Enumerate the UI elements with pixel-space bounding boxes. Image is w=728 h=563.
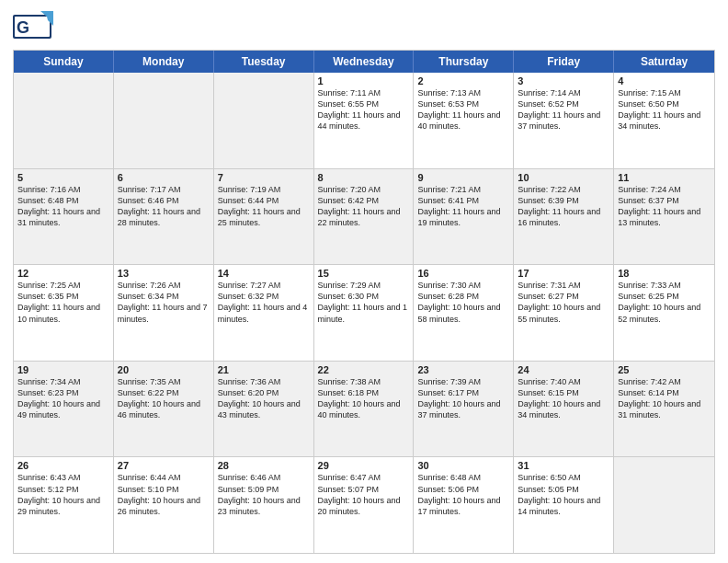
cell-info: Sunrise: 7:34 AM Sunset: 6:23 PM Dayligh… bbox=[17, 376, 109, 421]
day-number: 26 bbox=[17, 460, 109, 471]
day-number: 19 bbox=[17, 364, 109, 375]
day-number: 9 bbox=[417, 172, 509, 183]
calendar-cell: 4Sunrise: 7:15 AM Sunset: 6:50 PM Daylig… bbox=[614, 73, 714, 168]
calendar-cell: 31Sunrise: 6:50 AM Sunset: 5:05 PM Dayli… bbox=[514, 457, 614, 553]
day-number: 22 bbox=[318, 364, 410, 375]
header-day-thursday: Thursday bbox=[414, 51, 514, 73]
calendar-cell: 18Sunrise: 7:33 AM Sunset: 6:25 PM Dayli… bbox=[614, 265, 714, 361]
day-number: 1 bbox=[318, 75, 410, 86]
day-number: 18 bbox=[618, 268, 711, 279]
day-number: 7 bbox=[218, 172, 310, 183]
day-number: 14 bbox=[218, 268, 310, 279]
calendar-cell: 14Sunrise: 7:27 AM Sunset: 6:32 PM Dayli… bbox=[214, 265, 314, 361]
calendar-cell: 20Sunrise: 7:35 AM Sunset: 6:22 PM Dayli… bbox=[114, 362, 214, 457]
day-number: 5 bbox=[17, 172, 109, 183]
header-day-saturday: Saturday bbox=[614, 51, 714, 73]
calendar-cell: 19Sunrise: 7:34 AM Sunset: 6:23 PM Dayli… bbox=[14, 362, 114, 457]
day-number: 25 bbox=[618, 364, 711, 375]
day-number: 12 bbox=[17, 268, 109, 279]
cell-info: Sunrise: 7:35 AM Sunset: 6:22 PM Dayligh… bbox=[118, 376, 210, 421]
cell-info: Sunrise: 7:29 AM Sunset: 6:30 PM Dayligh… bbox=[318, 280, 410, 325]
calendar-cell: 2Sunrise: 7:13 AM Sunset: 6:53 PM Daylig… bbox=[414, 73, 514, 168]
calendar-row-3: 12Sunrise: 7:25 AM Sunset: 6:35 PM Dayli… bbox=[14, 264, 714, 361]
day-number: 17 bbox=[518, 268, 609, 279]
logo: G bbox=[13, 9, 57, 44]
cell-info: Sunrise: 6:46 AM Sunset: 5:09 PM Dayligh… bbox=[218, 472, 310, 517]
calendar-cell: 11Sunrise: 7:24 AM Sunset: 6:37 PM Dayli… bbox=[614, 169, 714, 265]
calendar-cell bbox=[614, 457, 714, 553]
calendar-row-5: 26Sunrise: 6:43 AM Sunset: 5:12 PM Dayli… bbox=[14, 456, 714, 553]
calendar-cell: 15Sunrise: 7:29 AM Sunset: 6:30 PM Dayli… bbox=[314, 265, 415, 361]
day-number: 10 bbox=[518, 172, 609, 183]
cell-info: Sunrise: 6:48 AM Sunset: 5:06 PM Dayligh… bbox=[417, 472, 509, 517]
calendar-header: SundayMondayTuesdayWednesdayThursdayFrid… bbox=[14, 51, 714, 73]
day-number: 4 bbox=[618, 75, 711, 86]
day-number: 23 bbox=[417, 364, 509, 375]
day-number: 3 bbox=[518, 75, 609, 86]
cell-info: Sunrise: 6:47 AM Sunset: 5:07 PM Dayligh… bbox=[318, 472, 410, 517]
cell-info: Sunrise: 7:31 AM Sunset: 6:27 PM Dayligh… bbox=[518, 280, 609, 325]
calendar-cell: 17Sunrise: 7:31 AM Sunset: 6:27 PM Dayli… bbox=[514, 265, 614, 361]
logo-icon: G bbox=[13, 9, 53, 44]
calendar-cell bbox=[14, 73, 114, 168]
calendar-cell: 1Sunrise: 7:11 AM Sunset: 6:55 PM Daylig… bbox=[314, 73, 415, 168]
day-number: 28 bbox=[218, 460, 310, 471]
calendar-cell bbox=[114, 73, 214, 168]
cell-info: Sunrise: 7:36 AM Sunset: 6:20 PM Dayligh… bbox=[218, 376, 310, 421]
cell-info: Sunrise: 7:25 AM Sunset: 6:35 PM Dayligh… bbox=[17, 280, 109, 325]
day-number: 8 bbox=[318, 172, 410, 183]
cell-info: Sunrise: 7:42 AM Sunset: 6:14 PM Dayligh… bbox=[618, 376, 711, 421]
header-day-tuesday: Tuesday bbox=[214, 51, 314, 73]
header-day-sunday: Sunday bbox=[14, 51, 114, 73]
cell-info: Sunrise: 7:38 AM Sunset: 6:18 PM Dayligh… bbox=[318, 376, 410, 421]
day-number: 2 bbox=[417, 75, 509, 86]
cell-info: Sunrise: 7:20 AM Sunset: 6:42 PM Dayligh… bbox=[318, 184, 410, 229]
header-day-wednesday: Wednesday bbox=[314, 51, 415, 73]
calendar-cell: 29Sunrise: 6:47 AM Sunset: 5:07 PM Dayli… bbox=[314, 457, 415, 553]
calendar-cell bbox=[214, 73, 314, 168]
cell-info: Sunrise: 7:40 AM Sunset: 6:15 PM Dayligh… bbox=[518, 376, 609, 421]
day-number: 27 bbox=[118, 460, 210, 471]
calendar-cell: 9Sunrise: 7:21 AM Sunset: 6:41 PM Daylig… bbox=[414, 169, 514, 265]
calendar-cell: 7Sunrise: 7:19 AM Sunset: 6:44 PM Daylig… bbox=[214, 169, 314, 265]
cell-info: Sunrise: 7:17 AM Sunset: 6:46 PM Dayligh… bbox=[118, 184, 210, 229]
cell-info: Sunrise: 6:43 AM Sunset: 5:12 PM Dayligh… bbox=[17, 472, 109, 517]
day-number: 6 bbox=[118, 172, 210, 183]
cell-info: Sunrise: 7:13 AM Sunset: 6:53 PM Dayligh… bbox=[417, 87, 509, 132]
calendar-cell: 8Sunrise: 7:20 AM Sunset: 6:42 PM Daylig… bbox=[314, 169, 415, 265]
calendar-cell: 30Sunrise: 6:48 AM Sunset: 5:06 PM Dayli… bbox=[414, 457, 514, 553]
calendar-body: 1Sunrise: 7:11 AM Sunset: 6:55 PM Daylig… bbox=[14, 73, 714, 553]
cell-info: Sunrise: 7:21 AM Sunset: 6:41 PM Dayligh… bbox=[417, 184, 509, 229]
cell-info: Sunrise: 7:14 AM Sunset: 6:52 PM Dayligh… bbox=[518, 87, 609, 132]
cell-info: Sunrise: 7:24 AM Sunset: 6:37 PM Dayligh… bbox=[618, 184, 711, 229]
page: G SundayMondayTuesdayWednesdayThursdayFr… bbox=[0, 0, 728, 563]
calendar-row-2: 5Sunrise: 7:16 AM Sunset: 6:48 PM Daylig… bbox=[14, 168, 714, 265]
svg-text:G: G bbox=[17, 18, 29, 37]
cell-info: Sunrise: 7:30 AM Sunset: 6:28 PM Dayligh… bbox=[417, 280, 509, 325]
calendar-cell: 24Sunrise: 7:40 AM Sunset: 6:15 PM Dayli… bbox=[514, 362, 614, 457]
cell-info: Sunrise: 6:44 AM Sunset: 5:10 PM Dayligh… bbox=[118, 472, 210, 517]
day-number: 29 bbox=[318, 460, 410, 471]
calendar-cell: 27Sunrise: 6:44 AM Sunset: 5:10 PM Dayli… bbox=[114, 457, 214, 553]
day-number: 13 bbox=[118, 268, 210, 279]
day-number: 15 bbox=[318, 268, 410, 279]
header-day-monday: Monday bbox=[114, 51, 214, 73]
calendar-cell: 6Sunrise: 7:17 AM Sunset: 6:46 PM Daylig… bbox=[114, 169, 214, 265]
calendar-cell: 10Sunrise: 7:22 AM Sunset: 6:39 PM Dayli… bbox=[514, 169, 614, 265]
cell-info: Sunrise: 7:39 AM Sunset: 6:17 PM Dayligh… bbox=[417, 376, 509, 421]
day-number: 24 bbox=[518, 364, 609, 375]
day-number: 11 bbox=[618, 172, 711, 183]
day-number: 21 bbox=[218, 364, 310, 375]
cell-info: Sunrise: 7:27 AM Sunset: 6:32 PM Dayligh… bbox=[218, 280, 310, 325]
calendar-row-4: 19Sunrise: 7:34 AM Sunset: 6:23 PM Dayli… bbox=[14, 361, 714, 457]
cell-info: Sunrise: 7:26 AM Sunset: 6:34 PM Dayligh… bbox=[118, 280, 210, 325]
calendar-cell: 13Sunrise: 7:26 AM Sunset: 6:34 PM Dayli… bbox=[114, 265, 214, 361]
cell-info: Sunrise: 7:19 AM Sunset: 6:44 PM Dayligh… bbox=[218, 184, 310, 229]
cell-info: Sunrise: 7:11 AM Sunset: 6:55 PM Dayligh… bbox=[318, 87, 410, 132]
day-number: 20 bbox=[118, 364, 210, 375]
day-number: 30 bbox=[417, 460, 509, 471]
calendar-cell: 5Sunrise: 7:16 AM Sunset: 6:48 PM Daylig… bbox=[14, 169, 114, 265]
calendar-row-1: 1Sunrise: 7:11 AM Sunset: 6:55 PM Daylig… bbox=[14, 73, 714, 168]
cell-info: Sunrise: 7:33 AM Sunset: 6:25 PM Dayligh… bbox=[618, 280, 711, 325]
calendar-cell: 22Sunrise: 7:38 AM Sunset: 6:18 PM Dayli… bbox=[314, 362, 415, 457]
